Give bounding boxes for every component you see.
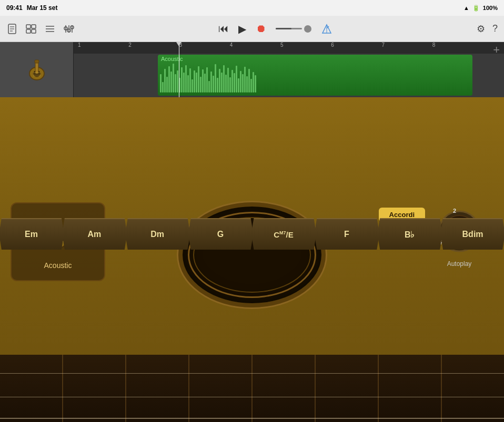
chord-button-am[interactable]: Am xyxy=(62,218,127,250)
track-guitar-icon xyxy=(21,54,53,86)
battery-level: 100% xyxy=(483,5,498,11)
chord-button-bdim[interactable]: Bdim xyxy=(440,218,504,250)
track-content[interactable]: Acoustic xyxy=(74,54,504,97)
metronome-button[interactable] xyxy=(321,23,332,35)
svg-rect-7 xyxy=(32,29,36,33)
battery-icon: 🔋 xyxy=(472,5,480,12)
mixer-button[interactable] xyxy=(63,23,75,35)
new-song-icon xyxy=(6,23,18,35)
mixer-icon xyxy=(63,23,75,35)
instrument-name: Acoustic xyxy=(44,261,72,270)
chord-buttons-container: Em Am Dm G CM7/E F B♭ Bdim xyxy=(0,218,504,250)
fret-col-6 xyxy=(316,355,379,422)
ruler-mark-1: 1 xyxy=(78,42,81,48)
fret-col-5 xyxy=(253,355,316,422)
playhead-triangle xyxy=(176,42,182,46)
record-button[interactable]: ⏺ xyxy=(256,23,266,35)
settings-button[interactable]: ⚙ xyxy=(477,23,485,35)
svg-rect-5 xyxy=(32,25,36,28)
ruler-mark-4: 4 xyxy=(230,42,233,48)
play-button[interactable]: ▶ xyxy=(238,23,246,35)
fret-col-3 xyxy=(126,355,189,422)
chord-button-f[interactable]: F xyxy=(314,218,379,250)
fret-col-1 xyxy=(0,355,63,422)
ruler-mark-5: 5 xyxy=(280,42,284,48)
timeline-ruler: 1 2 3 4 5 6 7 8 xyxy=(74,42,504,54)
string-3 xyxy=(0,418,504,419)
autoplay-label: Autoplay xyxy=(447,260,472,267)
tracks-icon xyxy=(44,23,56,35)
fret-col-4 xyxy=(189,355,253,422)
metronome-icon xyxy=(321,23,332,35)
string-1 xyxy=(0,373,504,374)
tracks-button[interactable] xyxy=(44,23,56,35)
fret-col-8 xyxy=(442,355,504,422)
track-region[interactable]: Acoustic xyxy=(158,55,472,96)
chord-button-g[interactable]: G xyxy=(188,218,254,250)
ruler-mark-7: 7 xyxy=(381,42,385,48)
svg-rect-4 xyxy=(26,25,31,28)
svg-rect-23 xyxy=(35,60,39,63)
ruler-mark-2: 2 xyxy=(128,42,132,48)
chord-button-em[interactable]: Em xyxy=(0,218,64,250)
chord-button-cm7e[interactable]: CM7/E xyxy=(251,218,317,250)
time: 09:41 xyxy=(6,4,23,12)
svg-rect-6 xyxy=(26,29,31,33)
region-label: Acoustic xyxy=(158,55,472,63)
status-bar: 09:41 Mar 15 set ▲ 🔋 100% xyxy=(0,0,504,16)
playhead-line xyxy=(179,42,179,97)
rewind-button[interactable]: ⏮ xyxy=(218,23,229,35)
view-button[interactable] xyxy=(25,23,37,35)
fret-col-7 xyxy=(379,355,442,422)
date: Mar 15 set xyxy=(27,4,58,12)
guitar-track-icon xyxy=(24,57,50,83)
wifi-icon: ▲ xyxy=(463,5,469,11)
waveform xyxy=(158,63,472,94)
fret-col-2 xyxy=(63,355,126,422)
track-header xyxy=(0,42,74,97)
string-2 xyxy=(0,397,504,397)
chord-button-dm[interactable]: Dm xyxy=(125,218,190,250)
fret-columns xyxy=(0,355,504,422)
toolbar: ⏮ ▶ ⏺ ⚙ ? xyxy=(0,16,504,42)
fretboard[interactable] xyxy=(0,355,504,422)
chord-button-bb[interactable]: B♭ xyxy=(377,218,442,250)
guitar-body: Acoustic Accordi Note 2 3 4 1 OFF xyxy=(0,97,504,422)
new-song-button[interactable] xyxy=(6,23,18,35)
view-icon xyxy=(25,23,37,35)
svg-rect-22 xyxy=(35,62,38,74)
ruler-mark-6: 6 xyxy=(331,42,334,48)
ruler-mark-8: 8 xyxy=(432,42,436,48)
add-track-button[interactable]: + xyxy=(493,43,500,57)
knob-label-2: 2 xyxy=(453,208,456,214)
help-button[interactable]: ? xyxy=(492,23,498,34)
track-area: 1 2 3 4 5 6 7 8 Acoustic xyxy=(0,42,504,97)
